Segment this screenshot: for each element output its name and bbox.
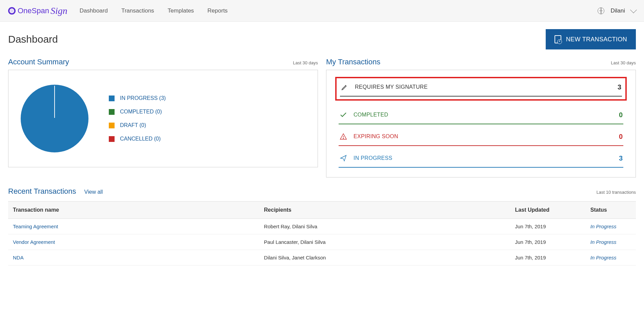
col-transaction-name: Transaction name bbox=[8, 202, 259, 219]
account-summary-title: Account Summary bbox=[8, 58, 69, 66]
transaction-status: In Progress bbox=[586, 250, 636, 266]
account-summary-range: Last 30 days bbox=[293, 60, 318, 65]
nav-reports[interactable]: Reports bbox=[207, 7, 228, 14]
my-transactions-range: Last 30 days bbox=[611, 60, 636, 65]
user-name[interactable]: Dilani bbox=[610, 7, 625, 14]
transaction-recipients: Dilani Silva, Janet Clarkson bbox=[259, 250, 510, 266]
page-title: Dashboard bbox=[8, 34, 58, 45]
my-transactions-label: IN PROGRESS bbox=[354, 155, 613, 161]
transaction-recipients: Paul Lancaster, Dilani Silva bbox=[259, 234, 510, 250]
transaction-status: In Progress bbox=[586, 219, 636, 234]
new-document-icon bbox=[555, 35, 561, 43]
paper-plane-icon bbox=[339, 154, 347, 162]
table-row: NDADilani Silva, Janet ClarksonJun 7th, … bbox=[8, 250, 636, 266]
legend-swatch-icon bbox=[109, 109, 115, 115]
nav-templates[interactable]: Templates bbox=[168, 7, 194, 14]
globe-icon[interactable] bbox=[598, 7, 604, 14]
my-transactions-item[interactable]: IN PROGRESS3 bbox=[339, 152, 623, 168]
legend-swatch-icon bbox=[109, 136, 115, 142]
brand-mark-icon bbox=[8, 7, 16, 15]
my-transactions-title: My Transactions bbox=[326, 58, 380, 66]
my-transactions-item[interactable]: COMPLETED0 bbox=[339, 109, 623, 124]
legend-label: IN PROGRESS (3) bbox=[120, 95, 166, 101]
nav-dashboard[interactable]: Dashboard bbox=[80, 7, 108, 14]
svg-point-0 bbox=[343, 138, 343, 139]
highlighted-item: REQUIRES MY SIGNATURE3 bbox=[335, 77, 627, 101]
legend-label: COMPLETED (0) bbox=[120, 109, 162, 115]
my-transactions-card: REQUIRES MY SIGNATURE3COMPLETED0EXPIRING… bbox=[326, 70, 636, 177]
my-transactions-item[interactable]: REQUIRES MY SIGNATURE3 bbox=[340, 81, 622, 97]
recent-transactions-sub: Last 10 transactions bbox=[597, 190, 636, 195]
transaction-last-updated: Jun 7th, 2019 bbox=[510, 234, 586, 250]
legend-label: CANCELLED (0) bbox=[120, 136, 161, 142]
transaction-last-updated: Jun 7th, 2019 bbox=[510, 250, 586, 266]
account-summary-pie bbox=[21, 85, 88, 152]
new-transaction-label: NEW TRANSACTION bbox=[566, 36, 627, 43]
col-last-updated: Last Updated bbox=[510, 202, 586, 219]
my-transactions-label: EXPIRING SOON bbox=[354, 133, 613, 140]
view-all-link[interactable]: View all bbox=[84, 189, 103, 195]
table-row: Vendor AgreementPaul Lancaster, Dilani S… bbox=[8, 234, 636, 250]
recent-transactions-table: Transaction name Recipients Last Updated… bbox=[8, 201, 636, 266]
my-transactions-count: 0 bbox=[619, 111, 623, 119]
check-icon bbox=[339, 111, 347, 119]
brand-logo[interactable]: OneSpan Sign bbox=[8, 5, 67, 16]
legend-item[interactable]: DRAFT (0) bbox=[109, 122, 166, 128]
legend-label: DRAFT (0) bbox=[120, 122, 146, 128]
brand-text-1: OneSpan bbox=[18, 6, 49, 15]
transaction-status: In Progress bbox=[586, 234, 636, 250]
account-summary-legend: IN PROGRESS (3)COMPLETED (0)DRAFT (0)CAN… bbox=[109, 95, 166, 142]
legend-item[interactable]: IN PROGRESS (3) bbox=[109, 95, 166, 101]
account-summary-card: IN PROGRESS (3)COMPLETED (0)DRAFT (0)CAN… bbox=[8, 70, 318, 167]
legend-swatch-icon bbox=[109, 123, 115, 128]
recent-transactions-title: Recent Transactions bbox=[8, 187, 76, 196]
legend-item[interactable]: CANCELLED (0) bbox=[109, 136, 166, 142]
brand-text-2: Sign bbox=[51, 5, 67, 16]
chevron-down-icon[interactable] bbox=[630, 6, 637, 13]
nav-transactions[interactable]: Transactions bbox=[121, 7, 154, 14]
col-recipients: Recipients bbox=[259, 202, 510, 219]
new-transaction-button[interactable]: NEW TRANSACTION bbox=[546, 29, 636, 49]
table-row: Teaming AgreementRobert Ray, Dilani Silv… bbox=[8, 219, 636, 234]
main-nav: Dashboard Transactions Templates Reports bbox=[80, 7, 228, 14]
transaction-name-link[interactable]: Vendor Agreement bbox=[8, 234, 259, 250]
my-transactions-count: 3 bbox=[618, 83, 621, 91]
col-status: Status bbox=[586, 202, 636, 219]
user-area: Dilani bbox=[598, 7, 636, 14]
pie-marker bbox=[54, 86, 55, 118]
pencil-icon bbox=[341, 83, 349, 91]
transaction-recipients: Robert Ray, Dilani Silva bbox=[259, 219, 510, 234]
transaction-name-link[interactable]: NDA bbox=[8, 250, 259, 266]
my-transactions-item[interactable]: EXPIRING SOON0 bbox=[339, 130, 623, 146]
warning-icon bbox=[339, 132, 347, 141]
my-transactions-label: REQUIRES MY SIGNATURE bbox=[355, 84, 611, 90]
topbar: OneSpan Sign Dashboard Transactions Temp… bbox=[0, 0, 644, 22]
my-transactions-count: 3 bbox=[619, 154, 623, 162]
legend-item[interactable]: COMPLETED (0) bbox=[109, 109, 166, 115]
transaction-last-updated: Jun 7th, 2019 bbox=[510, 219, 586, 234]
my-transactions-count: 0 bbox=[619, 133, 623, 141]
legend-swatch-icon bbox=[109, 96, 115, 101]
transaction-name-link[interactable]: Teaming Agreement bbox=[8, 219, 259, 234]
my-transactions-label: COMPLETED bbox=[354, 112, 613, 118]
